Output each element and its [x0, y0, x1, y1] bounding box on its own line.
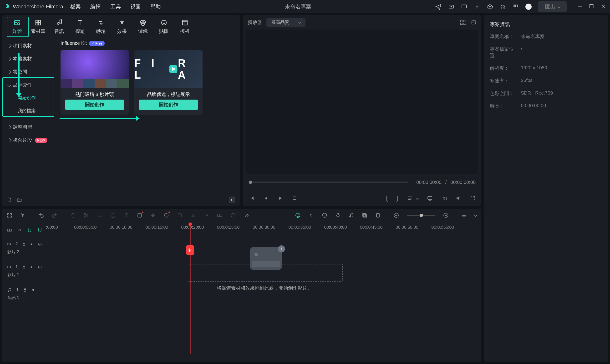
avatar[interactable] [525, 4, 532, 10]
export-button[interactable]: 匯出 [538, 1, 567, 12]
select-tool-icon[interactable] [7, 212, 13, 218]
audio-track-icon[interactable] [348, 212, 354, 218]
card-brand-logo[interactable]: F I L R A 品牌傳達，標誌展示 開始創作 [134, 50, 203, 115]
menu-help[interactable]: 幫助 [150, 3, 161, 10]
skip-back-icon[interactable] [249, 195, 255, 201]
chevron-down-icon[interactable] [474, 214, 477, 217]
minimize-icon[interactable]: ─ [578, 4, 582, 10]
monitor-icon[interactable] [427, 195, 433, 201]
tree-adjust-layer[interactable]: 調整圖層 [6, 120, 54, 134]
cut-icon[interactable] [83, 212, 89, 218]
menu-file[interactable]: 檔案 [70, 3, 81, 10]
link-icon[interactable] [204, 212, 209, 218]
maximize-icon[interactable]: ❐ [589, 4, 594, 10]
drop-zone[interactable] [188, 264, 343, 282]
ripple-icon[interactable] [7, 227, 12, 233]
snap-icon[interactable] [27, 227, 32, 233]
list-view-icon[interactable] [461, 212, 467, 218]
redo-icon[interactable] [52, 212, 57, 218]
display-icon[interactable] [461, 4, 467, 10]
download-icon[interactable] [474, 4, 480, 10]
tab-effect[interactable]: 效果 [112, 18, 132, 36]
tab-sticker[interactable]: 貼圖 [154, 18, 174, 36]
settings-list-icon[interactable] [407, 195, 413, 201]
card-start-button[interactable]: 開始創作 [139, 100, 198, 110]
timeline-ruler[interactable]: :00:00 00:00:05:00 00:00:10:00 00:00:15:… [47, 222, 481, 238]
text-icon[interactable] [123, 212, 129, 218]
keyframe-icon[interactable] [150, 212, 156, 218]
tab-audio[interactable]: 音訊 [49, 18, 70, 36]
add-media-plus-icon[interactable]: + [278, 245, 285, 252]
quality-dropdown[interactable]: 最高品質 [266, 18, 305, 27]
playhead-head[interactable] [188, 222, 192, 226]
zoom-in-icon[interactable] [443, 212, 449, 218]
eye-icon[interactable] [38, 242, 42, 247]
compound-icon[interactable] [217, 212, 222, 218]
tree-local-media[interactable]: 本地素材 [6, 52, 54, 65]
magnet-icon[interactable] [37, 227, 43, 233]
close-icon[interactable]: ✕ [601, 4, 605, 10]
tab-title[interactable]: 標題 [70, 18, 91, 36]
play-icon[interactable] [277, 195, 283, 201]
tab-template[interactable]: 模板 [174, 18, 195, 36]
image-icon[interactable] [471, 20, 477, 25]
track-header-audio1[interactable]: 1 音訊 1 [2, 284, 47, 304]
mute-icon[interactable] [30, 265, 34, 269]
mic-icon[interactable] [335, 212, 341, 218]
link-clips-icon[interactable] [17, 227, 22, 233]
tab-stock[interactable]: 素材庫 [28, 18, 49, 36]
sun-icon[interactable] [308, 212, 314, 218]
apps-grid-icon[interactable] [513, 4, 519, 10]
color-icon[interactable] [137, 212, 143, 218]
group-icon[interactable] [190, 212, 196, 218]
ai-smiley-icon[interactable] [295, 212, 301, 218]
tree-compound[interactable]: 複合片段NEW [6, 134, 54, 147]
zoom-out-icon[interactable] [393, 212, 399, 218]
card-start-button[interactable]: 開始創作 [65, 100, 124, 110]
folder-icon[interactable] [17, 197, 22, 203]
timeline-tracks[interactable]: + 將媒體素材和效果拖到此處，開始創作影片。 [47, 238, 481, 362]
file-icon[interactable] [7, 197, 12, 203]
menu-edit[interactable]: 編輯 [90, 3, 101, 10]
cut-handle[interactable] [186, 245, 194, 255]
chevron-down-icon[interactable] [416, 197, 419, 199]
cloud-upload-icon[interactable] [487, 4, 493, 10]
speed-icon[interactable] [110, 212, 116, 218]
mark-in-icon[interactable]: { [386, 195, 388, 202]
mark-out-icon[interactable]: } [396, 195, 398, 202]
track-header-video1[interactable]: 1 影片 1 [2, 261, 47, 284]
tab-filter[interactable]: 濾鏡 [132, 18, 154, 36]
tree-project-media[interactable]: 項目素材 [6, 39, 54, 52]
cursor-icon[interactable] [20, 212, 26, 218]
track-header-video2[interactable]: 2 影片 2 [2, 238, 47, 261]
menu-tools[interactable]: 工具 [110, 3, 121, 10]
mute-icon[interactable] [30, 242, 34, 246]
menu-view[interactable]: 視圖 [130, 3, 141, 10]
undo-icon[interactable] [38, 212, 44, 218]
frame-back-icon[interactable] [263, 195, 269, 201]
camera-icon[interactable] [441, 195, 447, 201]
layers-icon[interactable] [362, 212, 367, 218]
lock-icon[interactable] [22, 265, 26, 269]
tree-cloud[interactable]: 雲空間 [6, 65, 54, 78]
volume-icon[interactable] [455, 195, 461, 201]
zoom-slider[interactable] [407, 215, 435, 216]
crop-icon[interactable] [97, 212, 103, 218]
record-icon[interactable] [448, 4, 454, 10]
tab-transition[interactable]: 轉場 [91, 18, 112, 36]
player-viewport[interactable] [247, 29, 478, 174]
delete-icon[interactable] [70, 212, 76, 218]
mask-icon[interactable] [163, 212, 169, 218]
lock-icon[interactable] [22, 242, 26, 246]
shield-icon[interactable] [322, 212, 327, 218]
mute-icon[interactable] [31, 288, 36, 292]
marker-icon[interactable] [375, 212, 381, 218]
stop-icon[interactable] [292, 195, 297, 201]
headphones-icon[interactable] [500, 4, 506, 10]
card-intro-3sec[interactable]: 熱門吸睛 3 秒片頭 開始創作 [61, 50, 129, 115]
eye-icon[interactable] [38, 265, 42, 269]
lock-icon[interactable] [23, 288, 27, 292]
expand-icon[interactable] [470, 195, 476, 201]
mark-icon[interactable] [177, 212, 182, 218]
scrubber[interactable] [249, 182, 408, 183]
